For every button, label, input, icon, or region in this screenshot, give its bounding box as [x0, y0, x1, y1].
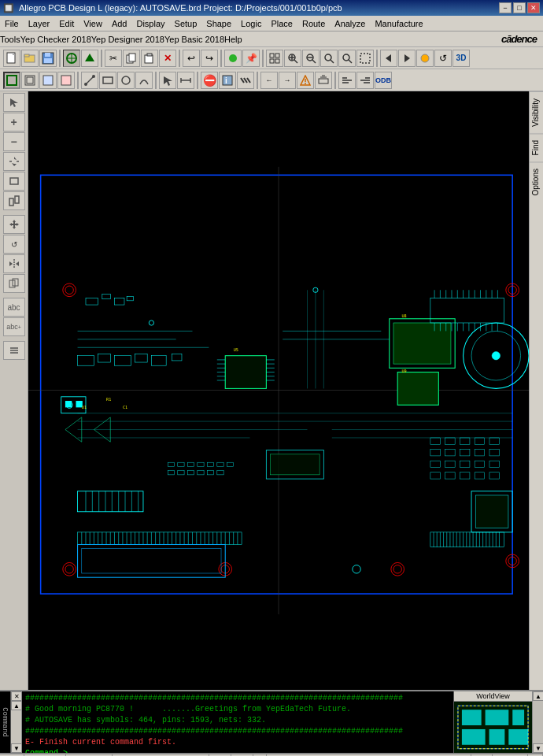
options-tab[interactable]: Options	[530, 161, 544, 202]
find-tab[interactable]: Find	[530, 133, 544, 161]
rules-left-button[interactable]	[338, 72, 356, 89]
side-more[interactable]	[3, 341, 25, 360]
side-label-abc[interactable]: abc	[3, 298, 25, 317]
minimap-scroll-up[interactable]: ▲	[533, 691, 543, 701]
menu-file[interactable]: File	[0, 17, 24, 30]
pin-signal2-button[interactable]: →	[279, 72, 296, 89]
push-button[interactable]	[81, 50, 98, 67]
minimap-scroll-thumb[interactable]	[533, 701, 543, 743]
save-button[interactable]	[39, 50, 57, 67]
menu-edit[interactable]: Edit	[54, 17, 79, 30]
menu-tools[interactable]: Tools	[0, 35, 20, 44]
open-button[interactable]	[21, 50, 39, 67]
draw-circle-button[interactable]	[117, 72, 135, 89]
menu-analyze[interactable]: Analyze	[330, 17, 370, 30]
svg-rect-300	[489, 729, 505, 745]
redo-button[interactable]: ↪	[201, 50, 218, 67]
highlight-button[interactable]	[416, 50, 434, 67]
menu-layer[interactable]: Layer	[24, 17, 55, 30]
snap-button[interactable]	[63, 50, 80, 67]
svg-marker-33	[386, 54, 391, 62]
drc-button[interactable]	[297, 72, 314, 89]
side-rotate[interactable]: ↺	[3, 235, 25, 254]
select4-button[interactable]	[57, 72, 75, 89]
grid-button[interactable]	[266, 50, 283, 67]
console-close[interactable]: ✕	[11, 691, 22, 701]
select-button[interactable]	[3, 72, 20, 89]
side-copy[interactable]	[3, 274, 25, 293]
console-scroll-up[interactable]: ▲	[11, 701, 22, 710]
paste-button[interactable]	[141, 50, 158, 67]
side-select[interactable]	[3, 93, 25, 112]
console-scroll-down[interactable]: ▼	[11, 743, 22, 753]
menu-yep-checker[interactable]: Yep Checker 2018	[20, 35, 91, 44]
menu-view[interactable]: View	[79, 17, 107, 30]
console-output[interactable]: ########################################…	[22, 691, 453, 753]
maximize-button[interactable]: □	[513, 2, 526, 13]
menu-yep-basic[interactable]: Yep Basic 2018	[164, 35, 224, 44]
svg-text:U8: U8	[401, 313, 406, 318]
measure-button[interactable]	[177, 72, 194, 89]
cursor-button[interactable]	[159, 72, 176, 89]
zoom-in-button[interactable]	[284, 50, 301, 67]
menu-help[interactable]: Help	[224, 35, 242, 44]
minimap-scroll-down[interactable]: ▼	[533, 743, 543, 753]
waive-button[interactable]	[237, 72, 254, 89]
menu-yep-designer[interactable]: Yep Designer 2018	[91, 35, 164, 44]
odb-button[interactable]: ODB	[375, 72, 392, 89]
draw-line-button[interactable]	[81, 72, 98, 89]
layer-next-button[interactable]	[398, 50, 416, 67]
zoom-area-button[interactable]	[356, 50, 374, 67]
side-zoom-in[interactable]: +	[3, 113, 25, 132]
pin-signal-button[interactable]: ←	[260, 72, 278, 89]
select2-button[interactable]	[21, 72, 39, 89]
pcb-canvas-area[interactable]: U1 R1 C1 U5 U8 U9	[28, 91, 529, 690]
3d-button[interactable]: 3D	[452, 50, 470, 67]
inspect-button[interactable]: i	[219, 72, 236, 89]
draw-arc-button[interactable]	[135, 72, 153, 89]
draw-rect-button[interactable]	[99, 72, 116, 89]
side-label-abc2[interactable]: abc+	[3, 317, 25, 336]
edit-tools: ✂ ✕	[105, 50, 176, 67]
zoom-out-button[interactable]	[302, 50, 320, 67]
ratsnest-button[interactable]	[224, 50, 242, 67]
svg-rect-50	[223, 76, 232, 85]
console-prompt: Command >	[25, 748, 450, 753]
side-move[interactable]	[3, 215, 25, 234]
zoom-fit-button[interactable]	[320, 50, 338, 67]
svg-rect-115	[397, 372, 438, 406]
menu-place[interactable]: Place	[266, 17, 297, 30]
zoom-prev-button[interactable]	[338, 50, 356, 67]
waive2-button[interactable]	[315, 72, 332, 89]
select3-button[interactable]	[39, 72, 57, 89]
undo-button[interactable]: ↩	[183, 50, 200, 67]
reload-button[interactable]: ↺	[434, 50, 452, 67]
svg-text:U5: U5	[234, 347, 238, 352]
new-button[interactable]	[3, 50, 20, 67]
visibility-tab[interactable]: Visibility	[530, 91, 544, 133]
rules-right-button[interactable]	[356, 72, 374, 89]
copy-button[interactable]	[123, 50, 140, 67]
menu-manufacture[interactable]: Manufacture	[370, 17, 427, 30]
layer-prev-button[interactable]	[380, 50, 397, 67]
side-magnify[interactable]	[3, 172, 25, 191]
delete-button[interactable]: ✕	[159, 50, 176, 67]
minimize-button[interactable]: −	[499, 2, 512, 13]
side-pan[interactable]	[3, 152, 25, 171]
pin-button[interactable]: 📌	[242, 50, 260, 67]
svg-point-57	[305, 83, 306, 84]
stop-button[interactable]: ⛔	[201, 72, 218, 89]
side-zoom-out[interactable]: −	[3, 132, 25, 151]
close-button[interactable]: ✕	[527, 2, 540, 13]
menu-add[interactable]: Add	[107, 17, 132, 30]
menu-setup[interactable]: Setup	[170, 17, 202, 30]
cut-button[interactable]: ✂	[105, 50, 122, 67]
side-world[interactable]	[3, 191, 25, 210]
minimap[interactable]	[454, 702, 532, 753]
menu-route[interactable]: Route	[297, 17, 330, 30]
menu-logic[interactable]: Logic	[236, 17, 266, 30]
side-toolbar: + − ↺ abc abc+	[0, 91, 28, 690]
menu-display[interactable]: Display	[131, 17, 169, 30]
side-mirror[interactable]	[3, 254, 25, 273]
menu-shape[interactable]: Shape	[201, 17, 236, 30]
